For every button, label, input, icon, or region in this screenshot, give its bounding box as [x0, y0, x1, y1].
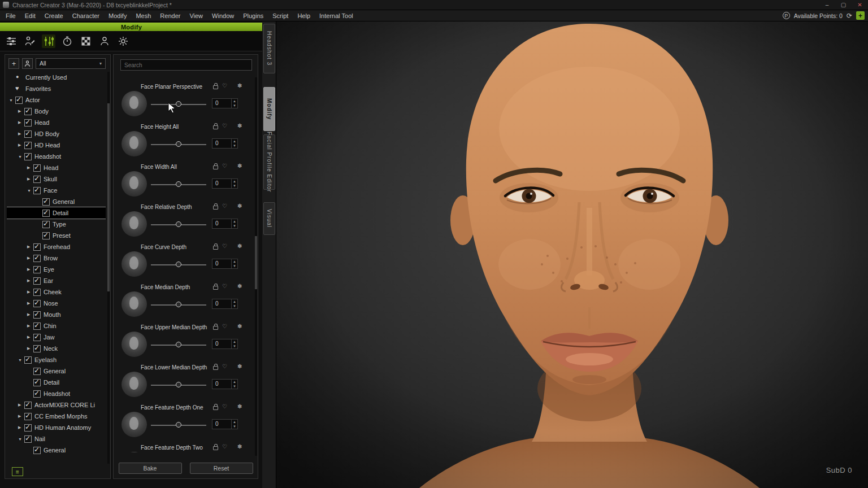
lock-icon[interactable]	[213, 165, 218, 169]
morph-thumbnail[interactable]	[121, 91, 147, 116]
viewport-3d[interactable]: SubD 0	[276, 21, 868, 488]
expand-arrow-icon[interactable]	[18, 143, 24, 147]
tree-item-checkbox[interactable]	[33, 266, 41, 273]
favorite-heart-icon[interactable]	[222, 243, 227, 249]
tree-item-checkbox[interactable]	[33, 176, 41, 183]
morph-thumbnail[interactable]	[121, 452, 147, 452]
tree-item[interactable]: Neck	[7, 343, 106, 354]
add-content-button[interactable]: +	[8, 58, 19, 69]
tree-item[interactable]: Head	[7, 117, 106, 128]
value-spinner[interactable]: ▴▾	[231, 299, 237, 308]
value-input[interactable]: 0 ▴▾	[212, 259, 238, 269]
expand-arrow-icon[interactable]	[27, 301, 33, 306]
value-input[interactable]: 0 ▴▾	[212, 379, 238, 389]
tree-item[interactable]: Brow	[7, 252, 106, 264]
menu-item[interactable]: Mesh	[131, 12, 155, 19]
tree-item[interactable]: Face	[7, 185, 106, 196]
lock-icon[interactable]	[213, 366, 218, 370]
slider-thumb[interactable]	[176, 101, 181, 107]
value-spinner[interactable]: ▴▾	[231, 99, 237, 108]
slider-track[interactable]	[151, 224, 206, 225]
tree-item-checkbox[interactable]	[33, 164, 41, 172]
morph-settings-icon[interactable]	[237, 283, 242, 289]
tree-item-checkbox[interactable]	[33, 311, 41, 319]
expand-arrow-icon[interactable]	[27, 278, 33, 283]
morph-sliders-icon[interactable]	[42, 34, 55, 48]
tree-scrollbar-thumb[interactable]	[107, 103, 110, 291]
slider-thumb[interactable]	[176, 422, 181, 428]
tree-item[interactable]: Currently Used	[7, 72, 106, 83]
slider-thumb[interactable]	[176, 221, 181, 227]
tree-item-checkbox[interactable]	[33, 289, 41, 296]
menu-item[interactable]: Character	[68, 12, 104, 19]
value-input[interactable]: 0 ▴▾	[212, 219, 238, 229]
morph-settings-icon[interactable]	[237, 82, 242, 89]
favorite-heart-icon[interactable]	[222, 163, 227, 169]
expand-arrow-icon[interactable]	[18, 425, 24, 430]
slider-track[interactable]	[151, 425, 206, 426]
tree-item-checkbox[interactable]	[33, 300, 41, 307]
slider-thumb[interactable]	[176, 141, 181, 147]
expand-arrow-icon[interactable]	[27, 324, 33, 328]
morph-settings-icon[interactable]	[237, 243, 242, 249]
tree-item-checkbox[interactable]	[24, 356, 32, 364]
tree-item-checkbox[interactable]	[24, 153, 32, 160]
morph-thumbnail[interactable]	[121, 372, 147, 397]
tree-scrollbar[interactable]	[107, 72, 110, 464]
tree-item[interactable]: Mouth	[7, 309, 106, 320]
value-spinner[interactable]: ▴▾	[231, 420, 237, 429]
tree-item-checkbox[interactable]	[33, 187, 41, 194]
favorite-heart-icon[interactable]	[222, 363, 227, 369]
tree-item[interactable]: HD Head	[7, 140, 106, 151]
morph-settings-icon[interactable]	[237, 443, 242, 450]
tree-item[interactable]: ActorMIXER CORE Li	[7, 399, 106, 411]
tree-item-checkbox[interactable]	[33, 345, 41, 352]
tree-item[interactable]: Ear	[7, 275, 106, 286]
tree-item[interactable]: Detail	[7, 377, 106, 388]
menu-item[interactable]: Modify	[104, 12, 131, 19]
morph-thumbnail[interactable]	[121, 251, 147, 277]
lock-icon[interactable]	[213, 446, 218, 450]
tree-item-checkbox[interactable]	[24, 142, 32, 149]
expand-arrow-icon[interactable]	[18, 155, 24, 159]
tree-item[interactable]: Nose	[7, 298, 106, 309]
slider-thumb[interactable]	[176, 382, 181, 387]
menu-item[interactable]: Internal Tool	[315, 12, 358, 19]
side-tab[interactable]: Headshot 3	[263, 24, 275, 73]
slider-track[interactable]	[151, 264, 206, 265]
slider-track[interactable]	[151, 304, 206, 306]
expand-arrow-icon[interactable]	[18, 132, 24, 136]
value-spinner[interactable]: ▴▾	[231, 259, 237, 268]
add-points-button[interactable]: +	[856, 11, 865, 20]
tree-item-checkbox[interactable]	[33, 390, 41, 398]
tree-item[interactable]: Type	[7, 219, 106, 230]
value-spinner[interactable]: ▴▾	[231, 219, 237, 228]
value-input[interactable]: 0 ▴▾	[212, 339, 238, 349]
tree-item[interactable]: General	[7, 365, 106, 377]
slider-track[interactable]	[151, 184, 206, 185]
content-manager-icon[interactable]	[12, 467, 23, 476]
lock-icon[interactable]	[213, 85, 218, 89]
slider-thumb[interactable]	[176, 302, 181, 307]
menu-item[interactable]: Help	[293, 12, 315, 19]
tree-item-checkbox[interactable]	[24, 130, 32, 138]
menu-item[interactable]: Create	[40, 12, 68, 19]
menu-item[interactable]: Render	[155, 12, 185, 19]
morph-settings-icon[interactable]	[237, 163, 242, 169]
actor-filter-icon[interactable]	[22, 58, 33, 69]
tree-item-checkbox[interactable]	[33, 255, 41, 262]
favorite-heart-icon[interactable]	[222, 403, 227, 409]
morph-thumbnail[interactable]	[121, 332, 147, 357]
menu-item[interactable]: Window	[207, 12, 238, 19]
maximize-button[interactable]: ▢	[835, 0, 852, 10]
favorite-heart-icon[interactable]	[222, 323, 227, 329]
slider-thumb[interactable]	[176, 342, 181, 347]
value-input[interactable]: 0 ▴▾	[212, 138, 238, 149]
lock-icon[interactable]	[213, 246, 218, 250]
bake-button[interactable]: Bake	[119, 463, 182, 474]
side-tab[interactable]: Visual	[263, 202, 275, 235]
tree-item-checkbox[interactable]	[24, 435, 32, 443]
morph-thumbnail[interactable]	[121, 171, 147, 197]
tree-item-checkbox[interactable]	[33, 334, 41, 341]
expand-arrow-icon[interactable]	[27, 245, 33, 249]
